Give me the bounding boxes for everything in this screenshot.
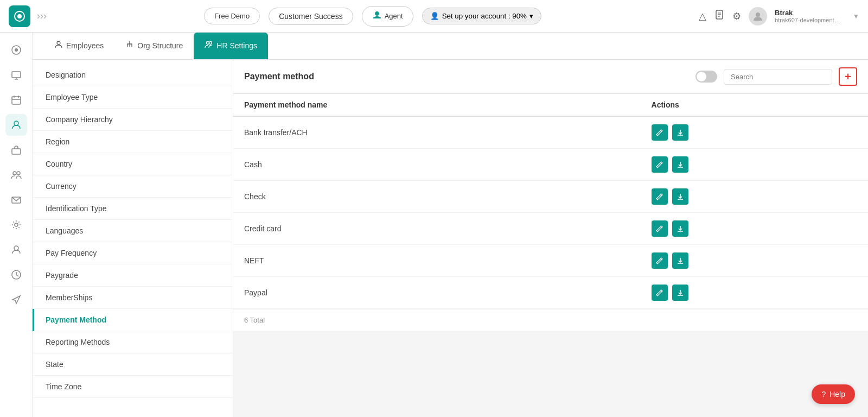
panel-header: Payment method + <box>233 60 868 94</box>
action-icons <box>652 252 857 269</box>
sidebar-icon-mail[interactable] <box>5 189 27 211</box>
left-nav-state[interactable]: State <box>33 353 233 376</box>
table-row: Check <box>233 181 868 213</box>
app-logo[interactable] <box>9 5 30 27</box>
edit-icon[interactable] <box>652 220 668 237</box>
help-button[interactable]: ? Help <box>812 384 855 404</box>
content-area: Employees Org Structure HR Settings Desi… <box>33 33 868 417</box>
svg-point-22 <box>14 246 18 250</box>
setup-account-button[interactable]: 👤 Set up your account : 90% ▾ <box>422 8 541 24</box>
left-nav-employee-type[interactable]: Employee Type <box>33 86 233 109</box>
edit-icon[interactable] <box>652 285 668 301</box>
sidebar-icon-user2[interactable] <box>5 239 27 261</box>
download-icon[interactable] <box>672 285 688 301</box>
agent-label: Agent <box>385 12 403 20</box>
sidebar-icon-calendar[interactable] <box>5 89 27 111</box>
svg-point-8 <box>15 48 18 52</box>
svg-rect-9 <box>12 72 21 78</box>
svg-line-39 <box>660 259 661 260</box>
actions-cell <box>641 116 868 149</box>
employees-tab-icon <box>54 40 63 50</box>
sidebar-icon-tv[interactable] <box>5 64 27 86</box>
tab-hr-settings[interactable]: HR Settings <box>194 33 268 59</box>
left-nav-currency[interactable]: Currency <box>33 175 233 198</box>
edit-icon[interactable] <box>652 124 668 141</box>
payment-method-name-cell: Check <box>233 181 641 213</box>
setup-dropdown-icon: ▾ <box>529 12 533 20</box>
alert-icon[interactable]: △ <box>699 10 706 22</box>
sidebar-icon-settings[interactable] <box>5 214 27 236</box>
left-nav-paygrade[interactable]: Paygrade <box>33 264 233 287</box>
user-dropdown-icon[interactable]: ▼ <box>853 12 859 20</box>
svg-point-26 <box>209 42 212 45</box>
payment-method-name-cell: Bank transfer/ACH <box>233 116 641 149</box>
actions-cell <box>641 149 868 181</box>
setup-label: Set up your account : 90% <box>442 12 527 20</box>
document-icon[interactable] <box>714 9 725 23</box>
sidebar-icon-clock[interactable] <box>5 264 27 286</box>
search-input[interactable] <box>724 69 832 85</box>
agent-button[interactable]: Agent <box>362 6 413 27</box>
customer-success-button[interactable]: Customer Success <box>269 8 353 25</box>
svg-line-36 <box>660 227 661 228</box>
tab-org-structure-label: Org Structure <box>137 41 183 50</box>
col-actions: Actions <box>641 94 868 116</box>
gear-icon[interactable]: ⚙ <box>732 10 741 22</box>
add-button[interactable]: + <box>839 67 857 86</box>
help-label: Help <box>829 390 845 399</box>
payment-method-name-cell: Paypal <box>233 277 641 309</box>
sidebar-icon-group[interactable] <box>5 164 27 186</box>
left-nav-pay-frequency[interactable]: Pay Frequency <box>33 242 233 264</box>
download-icon[interactable] <box>672 220 688 237</box>
svg-point-21 <box>15 223 18 226</box>
sidebar-icon-send[interactable] <box>5 289 27 311</box>
download-icon[interactable] <box>672 156 688 173</box>
help-icon: ? <box>821 390 826 399</box>
svg-line-42 <box>660 291 661 292</box>
left-nav-country[interactable]: Country <box>33 153 233 175</box>
left-nav-reporting-methods[interactable]: Reporting Methods <box>33 331 233 353</box>
col-payment-method-name: Payment method name <box>233 94 641 116</box>
payment-method-name-cell: NEFT <box>233 245 641 277</box>
action-icons <box>652 124 857 141</box>
left-nav-time-zone[interactable]: Time Zone <box>33 376 233 398</box>
top-navigation: ››› Free Demo Customer Success Agent 👤 S… <box>0 0 868 33</box>
hr-settings-tab-icon <box>205 40 213 50</box>
tab-org-structure[interactable]: Org Structure <box>114 33 194 59</box>
sidebar-icon-briefcase[interactable] <box>5 139 27 161</box>
table-row: Cash <box>233 149 868 181</box>
table-row: Paypal <box>233 277 868 309</box>
left-nav-memberships[interactable]: MemberShips <box>33 287 233 309</box>
left-nav-designation[interactable]: Designation <box>33 64 233 86</box>
two-panel: Designation Employee Type Company Hierar… <box>33 60 868 417</box>
svg-rect-17 <box>12 149 21 154</box>
org-structure-tab-icon <box>125 40 134 50</box>
left-nav-payment-method[interactable]: Payment Method <box>33 309 233 331</box>
action-icons <box>652 220 857 237</box>
table-row: NEFT <box>233 245 868 277</box>
edit-icon[interactable] <box>652 156 668 173</box>
edit-icon[interactable] <box>652 188 668 205</box>
agent-icon <box>372 10 382 22</box>
actions-cell <box>641 277 868 309</box>
payment-method-name-cell: Cash <box>233 149 641 181</box>
left-nav-languages[interactable]: Languages <box>33 220 233 242</box>
left-nav-identification-type[interactable]: Identification Type <box>33 198 233 220</box>
tab-employees[interactable]: Employees <box>43 33 114 59</box>
edit-icon[interactable] <box>652 252 668 269</box>
left-panel: Designation Employee Type Company Hierar… <box>33 60 233 417</box>
free-demo-button[interactable]: Free Demo <box>204 8 260 24</box>
sidebar-icon-dashboard[interactable] <box>5 39 27 61</box>
download-icon[interactable] <box>672 252 688 269</box>
table-footer: 6 Total <box>233 309 868 331</box>
action-icons <box>652 156 857 173</box>
download-icon[interactable] <box>672 124 688 141</box>
user-info: Btrak btrak607-development@gm... <box>775 9 845 23</box>
svg-point-24 <box>57 41 60 45</box>
sidebar-icon-person[interactable] <box>5 114 27 136</box>
toggle-knob <box>697 72 706 81</box>
left-nav-region[interactable]: Region <box>33 131 233 153</box>
toggle-switch[interactable] <box>695 71 717 83</box>
download-icon[interactable] <box>672 188 688 205</box>
left-nav-company-hierarchy[interactable]: Company Hierarchy <box>33 109 233 131</box>
